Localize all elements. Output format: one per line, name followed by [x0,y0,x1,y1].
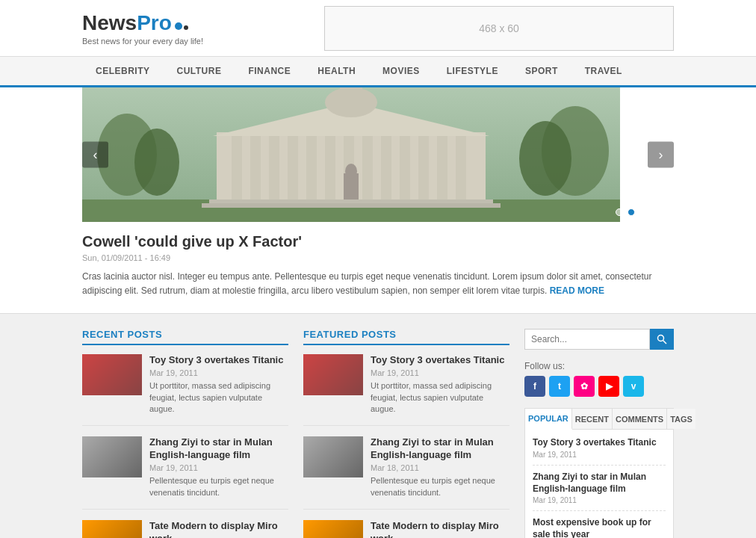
slider-container: ‹ [82,87,674,222]
recent-post-thumb-1 [82,354,142,395]
nav-link-health[interactable]: HEALTH [304,57,369,85]
slider-prev-button[interactable]: ‹ [82,142,108,168]
tab-recent[interactable]: RECENT [572,409,613,429]
logo-pro: Pro [137,11,172,35]
slider-building-svg [82,87,620,222]
tab-post-title-3[interactable]: Most expensive book up for sale this yea… [533,517,666,538]
tabs-section: POPULAR RECENT COMMENTS TAGS Toy Story 3… [524,408,674,538]
svg-rect-18 [437,136,447,203]
recent-post-excerpt-1: Ut porttitor, massa sed adipiscing feugi… [149,380,288,415]
facebook-icon[interactable]: f [524,376,545,397]
svg-point-27 [658,336,664,341]
recent-post-date-1: Mar 19, 2011 [149,368,288,377]
featured-post-title-2[interactable]: Zhang Ziyi to star in Mulan English-lang… [371,436,509,462]
featured-post-title-1[interactable]: Toy Story 3 overtakes Titanic [371,354,509,367]
nav-item-culture[interactable]: CULTURE [164,57,235,85]
article-text: Cras lacinia auctor nisl. Integer eu tem… [82,270,674,298]
featured-post-info-2: Zhang Ziyi to star in Mulan English-lang… [371,436,509,498]
logo-tagline: Best news for your every day life! [82,37,203,46]
tab-post-item-1: Toy Story 3 overtakes Titanic Mar 19, 20… [533,437,666,466]
recent-post-thumb-2 [82,436,142,477]
slider-dot-3[interactable] [639,208,647,216]
slider-dot-4[interactable] [651,208,659,216]
recent-posts-col: RECENT POSTS Toy Story 3 overtakes Titan… [82,329,288,538]
nav-link-movies[interactable]: MOVIES [369,57,433,85]
flickr-icon[interactable]: ✿ [574,376,595,397]
nav-link-travel[interactable]: TRAVEL [571,57,636,85]
slider-dot-1[interactable] [616,208,623,216]
svg-rect-24 [202,203,501,208]
search-icon [657,334,667,344]
nav-item-movies[interactable]: MOVIES [369,57,433,85]
featured-post-thumb-3 [303,520,363,538]
svg-rect-19 [456,136,466,203]
svg-rect-17 [418,136,429,203]
nav-link-lifestyle[interactable]: LIFESTYLE [433,57,512,85]
youtube-icon[interactable]: ▶ [598,376,619,397]
nav-item-lifestyle[interactable]: LIFESTYLE [433,57,512,85]
recent-post-info-3: Tate Modern to display Miro work Mar 18,… [149,520,288,538]
logo-dot-dark [184,25,188,30]
main-content: RECENT POSTS Toy Story 3 overtakes Titan… [0,314,756,538]
tab-post-title-2[interactable]: Zhang Ziyi to star in Mulan English-lang… [533,471,666,495]
twitter-icon[interactable]: t [549,376,570,397]
main-nav: CELEBRITY CULTURE FINANCE HEALTH MOVIES … [0,56,756,87]
nav-item-travel[interactable]: TRAVEL [571,57,636,85]
featured-post-excerpt-1: Ut porttitor, massa sed adipiscing feugi… [371,380,509,415]
nav-link-sport[interactable]: SPORT [512,57,571,85]
social-icons: f t ✿ ▶ v [524,376,674,397]
slider-next-button[interactable]: › [648,142,674,168]
featured-post-title-3[interactable]: Tate Modern to display Miro work [371,520,509,538]
svg-point-26 [345,164,357,179]
featured-post-item-2: Zhang Ziyi to star in Mulan English-lang… [303,436,509,510]
tab-content: Toy Story 3 overtakes Titanic Mar 19, 20… [525,430,673,538]
follow-us-section: Follow us: f t ✿ ▶ v [524,361,674,397]
nav-item-sport[interactable]: SPORT [512,57,571,85]
recent-posts-title: RECENT POSTS [82,329,288,345]
follow-us-label: Follow us: [524,361,674,371]
slider-image [82,87,620,222]
featured-post-item-1: Toy Story 3 overtakes Titanic Mar 19, 20… [303,354,509,426]
svg-point-2 [134,129,179,196]
featured-post-excerpt-2: Pellentesque eu turpis eget neque venena… [371,475,509,498]
svg-rect-11 [306,136,317,203]
logo-dots [175,21,188,32]
recent-post-title-2[interactable]: Zhang Ziyi to star in Mulan English-lang… [149,436,288,462]
article-excerpt: Cowell 'could give up X Factor' Sun, 01/… [0,222,756,314]
slider-dot-2[interactable] [628,208,635,216]
logo-news: News [82,11,137,35]
tab-popular[interactable]: POPULAR [525,409,572,430]
nav-item-health[interactable]: HEALTH [304,57,369,85]
tab-comments[interactable]: COMMENTS [613,409,667,429]
nav-link-culture[interactable]: CULTURE [164,57,235,85]
tab-post-title-1[interactable]: Toy Story 3 overtakes Titanic [533,437,666,449]
tab-post-item-2: Zhang Ziyi to star in Mulan English-lang… [533,471,666,511]
article-title: Cowell 'could give up X Factor' [82,233,674,250]
featured-post-item-3: Tate Modern to display Miro work Mar 18,… [303,520,509,538]
nav-item-celebrity[interactable]: CELEBRITY [82,57,164,85]
sidebar: Follow us: f t ✿ ▶ v POPULAR RECENT COMM… [524,329,674,538]
nav-item-finance[interactable]: FINANCE [235,57,304,85]
recent-post-info-2: Zhang Ziyi to star in Mulan English-lang… [149,436,288,498]
read-more-link[interactable]: READ MORE [550,285,604,296]
nav-link-finance[interactable]: FINANCE [235,57,304,85]
search-input[interactable] [524,329,650,350]
tab-post-item-3: Most expensive book up for sale this yea… [533,517,666,538]
tabs-header: POPULAR RECENT COMMENTS TAGS [525,409,673,430]
search-box [524,329,674,350]
header: NewsPro Best news for your every day lif… [0,0,756,56]
vimeo-icon[interactable]: v [623,376,644,397]
svg-line-28 [663,341,667,344]
recent-post-item-1: Toy Story 3 overtakes Titanic Mar 19, 20… [82,354,288,426]
tab-tags[interactable]: TAGS [667,409,695,429]
svg-rect-12 [325,136,335,203]
tab-post-date-2: Mar 19, 2011 [533,496,666,504]
nav-link-celebrity[interactable]: CELEBRITY [82,57,164,85]
recent-post-info-1: Toy Story 3 overtakes Titanic Mar 19, 20… [149,354,288,415]
featured-post-info-1: Toy Story 3 overtakes Titanic Mar 19, 20… [371,354,509,415]
recent-post-title-1[interactable]: Toy Story 3 overtakes Titanic [149,354,288,367]
recent-post-title-3[interactable]: Tate Modern to display Miro work [149,520,288,538]
search-button[interactable] [650,329,674,350]
svg-point-4 [519,121,571,196]
posts-area: RECENT POSTS Toy Story 3 overtakes Titan… [82,329,509,538]
